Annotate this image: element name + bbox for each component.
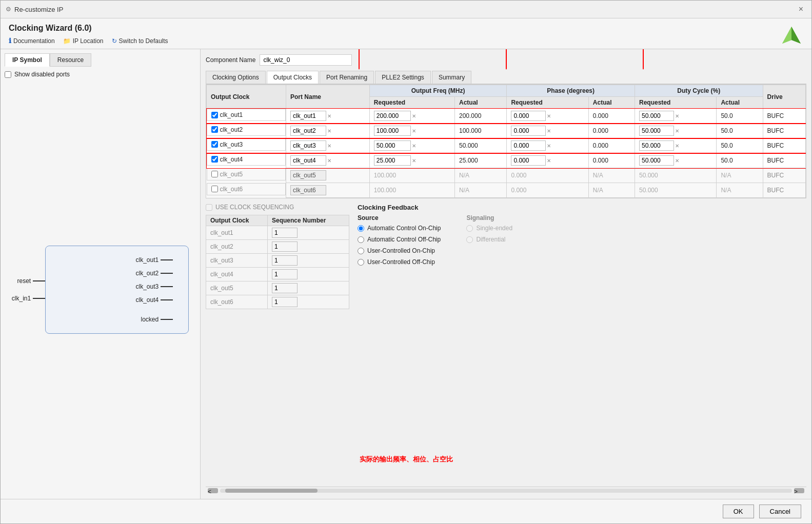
output-clock-checkbox[interactable] [211,141,218,148]
ip-location-button[interactable]: 📁 IP Location [63,37,104,45]
duty-req-input[interactable] [639,126,674,136]
freq-req-clear[interactable]: ✕ [412,143,416,149]
freq-req-input[interactable] [374,140,411,151]
phase-req-clear[interactable]: ✕ [547,143,551,149]
output-clock-checkbox[interactable] [211,126,218,133]
switch-defaults-button[interactable]: ↻ Switch to Defaults [112,37,168,45]
output-clock-checkbox[interactable] [211,156,218,163]
phase-req-input[interactable] [511,155,546,166]
seq-table: Output Clock Sequence Number clk_out1clk… [206,215,349,309]
duty-req-clear[interactable]: ✕ [675,158,679,164]
tab-resource[interactable]: Resource [50,53,91,67]
duty-req-clear[interactable]: ✕ [675,143,679,149]
freq-req-clear[interactable]: ✕ [412,128,416,134]
signaling-option-label: Differential [476,236,505,243]
duty-req-clear[interactable]: ✕ [675,128,679,134]
seq-number-input[interactable] [272,228,298,238]
main-content: IP Symbol Resource Show disabled ports r… [1,49,811,499]
feedback-radio[interactable] [358,236,364,243]
seq-number-input[interactable] [272,269,298,279]
seq-number-input[interactable] [272,241,298,252]
port-name-input[interactable] [290,111,326,121]
scroll-right-btn[interactable]: > [794,488,804,493]
cell-port-name: ✕ [286,138,369,153]
tab-ip-symbol[interactable]: IP Symbol [5,53,50,67]
clk-out4-row: clk_out4 [61,296,173,304]
svg-marker-4 [359,65,360,70]
window-title: Re-customize IP [14,6,63,13]
freq-req-clear[interactable]: ✕ [412,113,416,119]
output-clock-checkbox[interactable] [211,171,218,177]
table-row: clk_out6100.000N/A0.000N/A50.000N/ABUFC [207,183,806,198]
cell-duty-requested: ✕ [635,109,716,124]
feedback-radio[interactable] [358,248,364,254]
tab-clocking-options[interactable]: Clocking Options [206,71,266,84]
ok-button[interactable]: OK [723,505,754,518]
freq-req-input[interactable] [374,111,411,121]
show-disabled-ports-checkbox[interactable] [5,71,11,78]
cell-phase-actual: 0.000 [588,124,635,138]
output-clock-name: clk_out2 [220,126,243,133]
annotation-actual: 实际的输出频率、相位、占空比 [360,455,453,464]
tab-port-renaming[interactable]: Port Renaming [320,71,374,84]
feedback-option-label: User-Controlled On-Chip [367,247,435,254]
phase-req-clear[interactable]: ✕ [547,158,551,164]
freq-req-input[interactable] [374,126,411,136]
duty-req-input[interactable] [639,111,674,121]
feedback-option-label: Automatic Control Off-Chip [367,236,441,243]
phase-req-input[interactable] [511,111,546,121]
port-name-input[interactable] [290,185,326,195]
signaling-options: Single-endedDifferential [466,225,512,243]
seq-number-input[interactable] [272,255,298,266]
bottom-area: USE CLOCK SEQUENCING Output Clock Sequen… [206,204,806,485]
signaling-radio[interactable] [466,236,473,243]
phase-req-input[interactable] [511,126,546,136]
phase-req-clear[interactable]: ✕ [547,113,551,119]
output-clock-checkbox[interactable] [211,112,218,118]
clk-out2-row: clk_out2 [61,270,173,277]
cancel-button[interactable]: Cancel [759,505,801,518]
freq-req-input[interactable] [374,155,411,166]
component-name-input[interactable] [260,54,352,66]
phase-req-clear[interactable]: ✕ [547,128,551,134]
signaling-radio[interactable] [466,225,473,232]
port-name-clear[interactable]: ✕ [327,128,331,134]
feedback-radio[interactable] [358,225,364,232]
horizontal-scrollbar[interactable]: < > [206,487,806,494]
seq-number-input[interactable] [272,283,298,293]
cell-duty-actual: 50.0 [717,124,763,138]
scroll-left-btn[interactable]: < [208,488,218,493]
feedback-radio[interactable] [358,259,364,266]
arrow-freq [359,49,360,70]
port-name-input[interactable] [290,126,326,136]
port-name-clear[interactable]: ✕ [327,158,331,164]
source-options: Automatic Control On-ChipAutomatic Contr… [358,225,441,266]
use-clock-seq-checkbox[interactable] [206,204,212,211]
freq-req-clear[interactable]: ✕ [412,158,416,164]
tab-summary[interactable]: Summary [432,71,471,84]
tab-plle2-settings[interactable]: PLLE2 Settings [375,71,431,84]
cell-duty-requested: 50.000 [635,183,716,198]
phase-req-input[interactable] [511,140,546,151]
output-clock-checkbox[interactable] [211,186,218,192]
col-duty-act: Actual [717,97,763,109]
duty-req-input[interactable] [639,155,674,166]
port-name-input[interactable] [290,155,326,166]
seq-number-input[interactable] [272,297,298,307]
port-name-input[interactable] [290,170,326,180]
col-freq-req: Requested [369,97,454,109]
close-button[interactable]: × [796,4,806,15]
documentation-button[interactable]: ℹ Documentation [9,37,55,45]
duty-req-clear[interactable]: ✕ [675,113,679,119]
reset-wire: reset [17,277,45,285]
port-name-clear[interactable]: ✕ [327,113,331,119]
cell-drive: BUFC [763,109,805,124]
feedback-title: Clocking Feedback [358,204,806,211]
seq-number-cell [267,254,349,268]
duty-req-input[interactable] [639,140,674,151]
tab-output-clocks[interactable]: Output Clocks [267,71,319,84]
port-name-clear[interactable]: ✕ [327,143,331,149]
scroll-thumb[interactable] [225,489,318,493]
feedback-option-row: Automatic Control On-Chip [358,225,441,232]
port-name-input[interactable] [290,140,326,151]
